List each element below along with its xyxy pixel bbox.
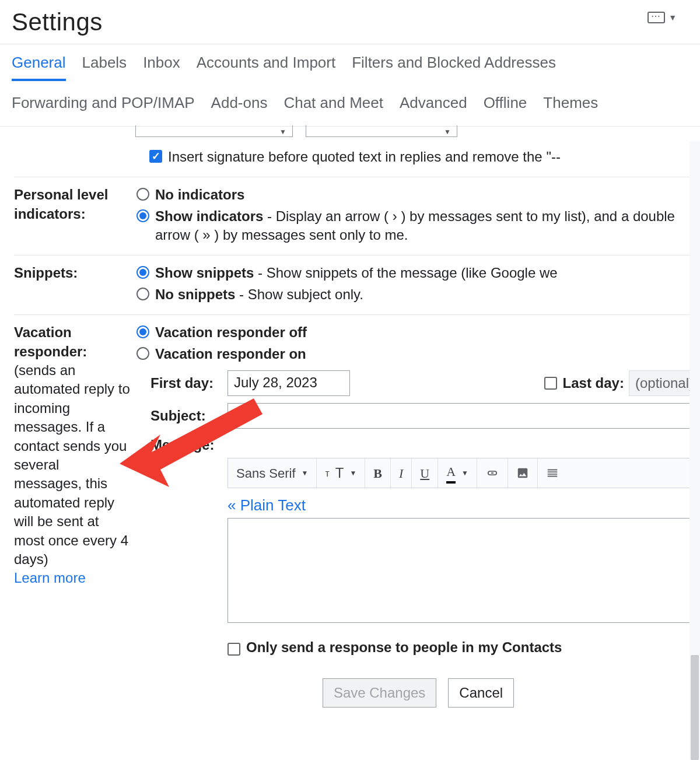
subject-label: Subject: bbox=[150, 407, 228, 425]
text-color-button[interactable]: A ▼ bbox=[438, 458, 477, 488]
cancel-button[interactable]: Cancel bbox=[448, 678, 514, 708]
bold-button[interactable]: B bbox=[365, 458, 391, 488]
vacation-off-radio[interactable] bbox=[136, 325, 149, 338]
message-label: Message: bbox=[150, 436, 228, 454]
subject-input[interactable] bbox=[228, 403, 700, 429]
align-button[interactable] bbox=[538, 458, 567, 488]
personal-indicators-label: Personal level indicators: bbox=[14, 185, 131, 223]
dropdown-caret-icon: ▼ bbox=[668, 12, 677, 23]
only-contacts-label: Only send a response to people in my Con… bbox=[246, 638, 562, 657]
vacation-on-option[interactable]: Vacation responder on bbox=[155, 346, 306, 362]
last-day-label: Last day: bbox=[563, 374, 624, 393]
font-family-value: Sans Serif bbox=[236, 465, 296, 482]
no-snippets-radio[interactable] bbox=[136, 288, 149, 300]
vacation-off-option[interactable]: Vacation responder off bbox=[155, 324, 307, 340]
save-changes-button[interactable]: Save Changes bbox=[323, 678, 436, 708]
no-indicators-radio[interactable] bbox=[136, 188, 149, 201]
learn-more-link[interactable]: Learn more bbox=[14, 570, 86, 586]
insert-image-button[interactable] bbox=[508, 458, 538, 488]
vacation-responder-desc: (sends an automated reply to incoming me… bbox=[14, 362, 130, 567]
font-family-select[interactable]: Sans Serif ▼ bbox=[228, 458, 317, 488]
italic-button[interactable]: I bbox=[391, 458, 412, 488]
underline-button[interactable]: U bbox=[412, 458, 438, 488]
link-icon bbox=[485, 466, 499, 480]
align-icon bbox=[546, 467, 559, 479]
show-snippets-option[interactable]: Show snippets bbox=[155, 265, 254, 281]
plain-text-link[interactable]: « Plain Text bbox=[228, 496, 306, 514]
text-size-icon: т bbox=[325, 467, 329, 480]
first-day-input[interactable]: July 28, 2023 bbox=[228, 370, 350, 396]
tab-forwarding[interactable]: Forwarding and POP/IMAP bbox=[12, 93, 195, 119]
no-indicators-option[interactable]: No indicators bbox=[155, 187, 244, 202]
image-icon bbox=[516, 467, 529, 479]
page-title: Settings bbox=[0, 0, 700, 44]
settings-tabs: General Labels Inbox Accounts and Import… bbox=[0, 44, 700, 119]
insert-link-button[interactable] bbox=[477, 458, 508, 488]
reply-signature-select[interactable]: No signature bbox=[135, 125, 293, 137]
snippets-label: Snippets: bbox=[14, 264, 131, 282]
chevron-down-icon: ▼ bbox=[349, 468, 356, 478]
vertical-scrollbar[interactable] bbox=[690, 141, 700, 760]
tab-filters[interactable]: Filters and Blocked Addresses bbox=[352, 52, 556, 81]
editor-toolbar: Sans Serif ▼ тT ▼ B I U A ▼ bbox=[228, 458, 700, 488]
message-textarea[interactable] bbox=[228, 518, 700, 623]
tab-chat[interactable]: Chat and Meet bbox=[284, 93, 383, 119]
show-indicators-radio[interactable] bbox=[136, 209, 149, 222]
tab-addons[interactable]: Add-ons bbox=[211, 93, 268, 119]
only-contacts-checkbox[interactable] bbox=[228, 643, 240, 656]
show-snippets-desc: - Show snippets of the message (like Goo… bbox=[254, 265, 557, 281]
tab-themes[interactable]: Themes bbox=[543, 93, 598, 119]
vacation-responder-label: Vacation responder: bbox=[14, 323, 131, 361]
font-size-select[interactable]: тT ▼ bbox=[317, 458, 365, 488]
input-tools-menu[interactable]: ▼ bbox=[648, 12, 677, 23]
chevron-down-icon: ▼ bbox=[461, 468, 468, 478]
tab-general[interactable]: General bbox=[12, 52, 66, 81]
no-snippets-option[interactable]: No snippets bbox=[155, 286, 235, 302]
tab-advanced[interactable]: Advanced bbox=[400, 93, 467, 119]
new-signature-select[interactable]: Personal bbox=[306, 125, 457, 137]
chevron-down-icon: ▼ bbox=[302, 468, 309, 478]
show-snippets-radio[interactable] bbox=[136, 266, 149, 279]
insert-signature-label: Insert signature before quoted text in r… bbox=[168, 148, 561, 166]
insert-signature-checkbox[interactable] bbox=[149, 150, 162, 163]
no-snippets-desc: - Show subject only. bbox=[235, 286, 363, 302]
tab-accounts[interactable]: Accounts and Import bbox=[197, 52, 335, 81]
keyboard-icon bbox=[648, 12, 665, 23]
tab-offline[interactable]: Offline bbox=[484, 93, 527, 119]
tab-labels[interactable]: Labels bbox=[82, 52, 127, 81]
last-day-checkbox[interactable] bbox=[544, 377, 557, 390]
first-day-label: First day: bbox=[150, 374, 228, 393]
vacation-on-radio[interactable] bbox=[136, 347, 149, 360]
tab-inbox[interactable]: Inbox bbox=[143, 52, 180, 81]
show-indicators-option[interactable]: Show indicators bbox=[155, 208, 263, 224]
scrollbar-thumb[interactable] bbox=[691, 655, 699, 760]
